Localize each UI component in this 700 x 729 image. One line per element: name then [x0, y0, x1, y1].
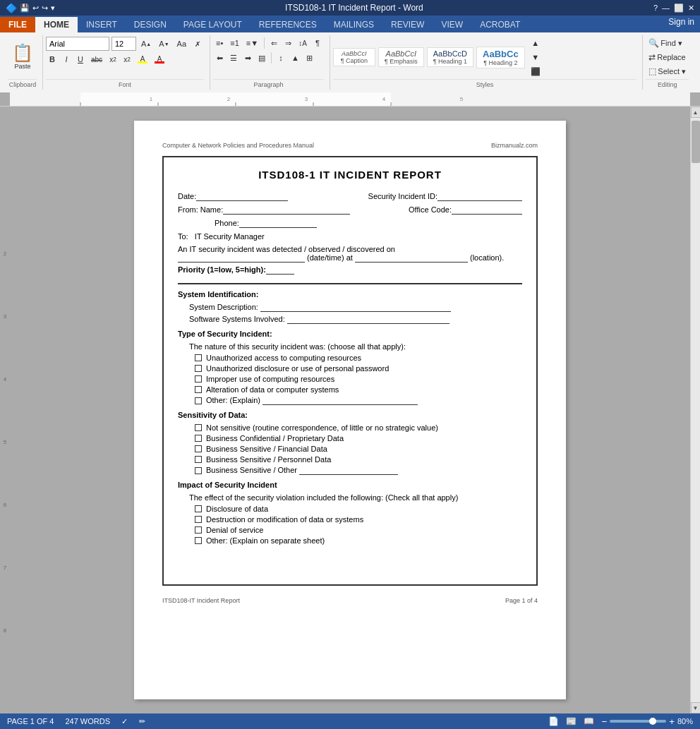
scroll-track[interactable] [691, 118, 701, 702]
change-case-btn[interactable]: Aa [174, 37, 189, 50]
font-size-input[interactable] [111, 37, 136, 51]
align-left-btn[interactable]: ⬅ [213, 52, 226, 64]
grow-font-btn[interactable]: A▲ [138, 37, 154, 50]
date-field[interactable] [196, 192, 288, 201]
scroll-down-btn[interactable]: ▼ [691, 702, 701, 713]
align-right-btn[interactable]: ➡ [241, 52, 254, 64]
tab-mailings[interactable]: MAILINGS [325, 17, 382, 32]
left-ruler: 2 3 4 5 6 7 8 [0, 107, 10, 713]
decrease-indent-btn[interactable]: ⇐ [267, 37, 280, 49]
zoom-thumb[interactable] [649, 718, 656, 725]
close-btn[interactable]: ✕ [688, 4, 694, 13]
date-label: Date: [178, 192, 196, 200]
checkbox-financial: Business Sensitive / Financial Data [195, 445, 522, 453]
subscript-btn[interactable]: x2 [107, 53, 119, 66]
italic-btn[interactable]: I [60, 53, 73, 66]
style-heading2[interactable]: AaBbCc ¶ Heading 2 [476, 47, 525, 68]
line-spacing-btn[interactable]: ↕ [274, 52, 287, 64]
view-web-btn[interactable]: 📰 [566, 716, 577, 726]
checkbox-icon-9[interactable] [195, 456, 202, 463]
scroll-up-btn[interactable]: ▲ [691, 107, 701, 118]
checkbox-icon-11[interactable] [195, 505, 202, 512]
view-read-btn[interactable]: 📖 [584, 716, 594, 726]
checkbox-icon-4[interactable] [195, 386, 202, 393]
shading-btn[interactable]: ▲ [289, 52, 302, 64]
help-btn[interactable]: ? [653, 4, 658, 13]
paste-button[interactable]: 📋 Paste [8, 38, 37, 76]
checkbox-icon-8[interactable] [195, 445, 202, 452]
shrink-font-btn[interactable]: A▼ [156, 37, 171, 50]
styles-more[interactable]: ⬛ [528, 65, 543, 78]
bold-btn[interactable]: B [46, 53, 59, 66]
sec-id-field[interactable] [438, 192, 522, 201]
sort-btn[interactable]: ↕A [296, 37, 310, 49]
checkbox-icon-10[interactable] [195, 467, 202, 474]
text-highlight-btn[interactable]: A [135, 53, 150, 66]
checkbox-icon-5[interactable] [195, 397, 202, 404]
office-code-label: Office Code: [409, 205, 452, 214]
font-name-input[interactable] [46, 37, 109, 51]
tab-insert[interactable]: INSERT [78, 17, 126, 32]
checkbox-icon-1[interactable] [195, 354, 202, 361]
redo-btn[interactable]: ↪ [42, 4, 48, 13]
tab-acrobat[interactable]: ACROBAT [471, 17, 529, 32]
styles-scroll-up[interactable]: ▲ [528, 37, 543, 49]
scroll-thumb[interactable] [692, 121, 700, 163]
tab-design[interactable]: DESIGN [126, 17, 175, 32]
checkbox-icon-13[interactable] [195, 526, 202, 534]
type-intro: The nature of this security incident was… [189, 342, 522, 351]
file-tab[interactable]: FILE [0, 17, 35, 32]
multilevel-btn[interactable]: ≡▼ [243, 37, 261, 49]
svg-text:1: 1 [150, 96, 153, 102]
align-center-btn[interactable]: ☰ [227, 52, 240, 64]
tab-home[interactable]: HOME [35, 17, 78, 32]
checkbox-icon-12[interactable] [195, 516, 202, 523]
style-emphasis[interactable]: AaBbCcI ¶ Emphasis [378, 47, 424, 67]
clear-format-btn[interactable]: ✗ [191, 37, 204, 50]
edit-icon[interactable]: ✏ [139, 717, 145, 726]
undo-btn[interactable]: ↩ [32, 4, 39, 13]
zoom-out-btn[interactable]: − [601, 716, 607, 727]
style-heading1[interactable]: AaBbCcD ¶ Heading 1 [427, 47, 473, 67]
justify-btn[interactable]: ▤ [255, 52, 268, 64]
date-row: Date: Security Incident ID: [178, 192, 522, 201]
zoom-slider[interactable] [610, 720, 666, 723]
replace-btn[interactable]: ⇄ Replace [646, 51, 688, 64]
style-caption[interactable]: AaBbCcI ¶ Caption [333, 48, 375, 66]
zoom-in-btn[interactable]: + [669, 716, 675, 727]
checkbox-icon-14[interactable] [195, 537, 202, 544]
increase-indent-btn[interactable]: ⇒ [282, 37, 294, 49]
underline-btn[interactable]: U [74, 53, 87, 66]
styles-scroll-down[interactable]: ▼ [528, 51, 543, 64]
office-code-field[interactable] [452, 205, 522, 215]
checkbox-icon-2[interactable] [195, 365, 202, 372]
minimize-btn[interactable]: — [662, 4, 670, 13]
tab-review[interactable]: REVIEW [382, 17, 433, 32]
checkbox-icon-3[interactable] [195, 375, 202, 382]
doc-scroll-area[interactable]: Computer & Network Policies and Procedur… [10, 107, 690, 713]
tab-references[interactable]: REFERENCES [251, 17, 325, 32]
tab-page-layout[interactable]: PAGE LAYOUT [175, 17, 251, 32]
find-btn[interactable]: 🔍 Find ▾ [646, 37, 684, 49]
priority-field[interactable] [266, 265, 294, 275]
sign-in-link[interactable]: Sign in [668, 17, 700, 32]
numbering-btn[interactable]: ≡1 [227, 37, 242, 49]
tab-view[interactable]: VIEW [433, 17, 471, 32]
maximize-btn[interactable]: ⬜ [674, 4, 684, 13]
show-hide-btn[interactable]: ¶ [311, 37, 324, 49]
checkbox-icon-7[interactable] [195, 435, 202, 442]
bullets-btn[interactable]: ≡• [213, 37, 226, 49]
phone-field[interactable] [239, 219, 317, 228]
select-btn[interactable]: ⬚ Select ▾ [646, 65, 689, 78]
strikethrough-btn[interactable]: abc [88, 53, 105, 66]
borders-btn[interactable]: ⊞ [303, 52, 316, 64]
superscript-btn[interactable]: x2 [121, 53, 133, 66]
text-color-btn[interactable]: A [152, 53, 167, 66]
view-print-btn[interactable]: 📄 [548, 716, 559, 726]
name-field[interactable] [223, 205, 350, 215]
styles-label: Styles [333, 79, 637, 90]
scrollbar-vertical[interactable]: ▲ ▼ [690, 107, 700, 713]
paragraph-group: ≡• ≡1 ≡▼ ⇐ ⇒ ↕A ¶ ⬅ ☰ ➡ ▤ ↕ ▲ ⊞ Paragrap… [210, 35, 330, 90]
quick-save[interactable]: 💾 [20, 4, 30, 13]
checkbox-icon-6[interactable] [195, 424, 202, 431]
